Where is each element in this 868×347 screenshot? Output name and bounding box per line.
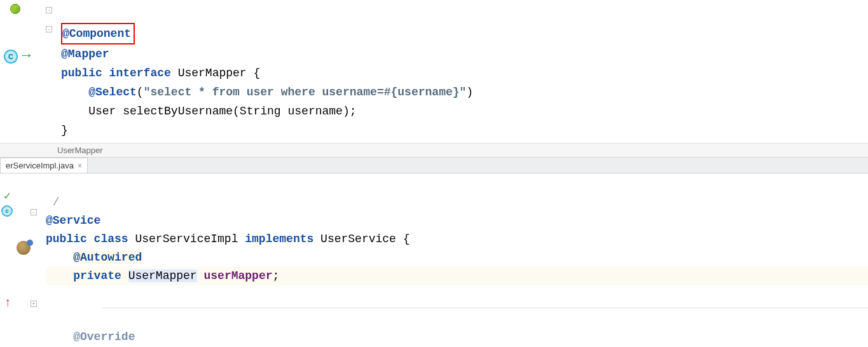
bottom-code-pane: ✓ c ↑ - + / @Service public class UserSe… <box>0 174 868 347</box>
keyword-private: private <box>73 269 121 282</box>
type-usermapper: UserMapper <box>128 269 197 282</box>
identifier-userservice: UserService { <box>313 233 410 245</box>
tab-bar: erServiceImpl.java × <box>0 158 868 174</box>
semicolon: ; <box>273 269 280 282</box>
fold-toggle-icon[interactable]: - <box>46 26 52 32</box>
identifier-usermapper: UserMapper { <box>171 67 260 79</box>
top-code-area[interactable]: @Component @Mapper public interface User… <box>55 0 868 143</box>
indent <box>46 269 73 282</box>
indent <box>61 105 88 118</box>
tab-userserviceimpl[interactable]: erServiceImpl.java × <box>0 158 88 173</box>
autowired-arrow-icon[interactable]: → <box>22 47 31 64</box>
override-arrow-icon[interactable]: ↑ <box>4 296 11 310</box>
bean-nav-icon[interactable] <box>17 241 31 255</box>
bean-marker-icon[interactable] <box>10 4 20 14</box>
fold-toggle-icon[interactable]: - <box>31 209 37 215</box>
annotation-autowired: @Autowired <box>73 251 142 264</box>
sql-string: "select * from user where username=#{use… <box>144 86 467 99</box>
separator-line <box>102 308 868 308</box>
bottom-code-area[interactable]: / @Service public class UserServiceImpl … <box>39 174 868 347</box>
ide-editor: C → - - @Component @Mapper public interf… <box>0 0 868 347</box>
close-icon[interactable]: × <box>78 161 82 170</box>
class-marker-icon[interactable]: c <box>1 205 13 217</box>
indent <box>46 330 73 343</box>
indent <box>46 251 73 264</box>
fold-toggle-icon[interactable]: + <box>31 301 37 307</box>
close-brace: } <box>61 124 68 137</box>
annotation-override: @Override <box>73 330 135 343</box>
check-icon[interactable]: ✓ <box>4 189 11 203</box>
top-gutter: C → <box>0 0 45 143</box>
paren-open: ( <box>137 86 144 99</box>
keyword-public-interface: public interface <box>61 67 171 79</box>
space <box>121 269 128 282</box>
breadcrumb[interactable]: UserMapper <box>0 143 868 158</box>
identifier-userserviceimpl: UserServiceImpl <box>128 233 245 245</box>
annotation-select: @Select <box>88 86 137 99</box>
bottom-fold-column: - + <box>29 174 39 347</box>
paren-close: ) <box>466 86 473 99</box>
annotation-mapper: @Mapper <box>61 48 109 60</box>
keyword-public-class: public class <box>46 233 128 245</box>
top-fold-column: - - <box>45 0 55 143</box>
indent <box>61 86 88 99</box>
fold-toggle-icon[interactable]: - <box>46 7 52 13</box>
bottom-gutter: ✓ c ↑ <box>0 174 29 347</box>
annotation-service: @Service <box>46 214 100 227</box>
space <box>197 269 204 282</box>
field-usermapper: userMapper <box>204 269 273 282</box>
keyword-implements: implements <box>245 233 313 245</box>
method-signature: User selectByUsername(String username); <box>88 105 356 118</box>
annotation-component: @Component <box>62 27 131 40</box>
class-marker-icon[interactable]: C <box>4 50 18 64</box>
tab-label: erServiceImpl.java <box>6 161 74 170</box>
top-code-pane: C → - - @Component @Mapper public interf… <box>0 0 868 143</box>
